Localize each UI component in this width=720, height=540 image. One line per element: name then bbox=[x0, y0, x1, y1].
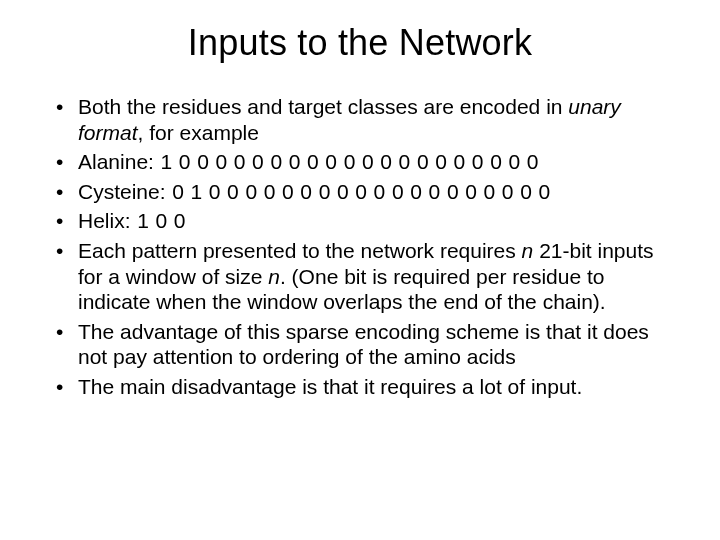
bullet-advantage: The advantage of this sparse encoding sc… bbox=[52, 319, 668, 370]
bullet-intro-pre: Both the residues and target classes are… bbox=[78, 95, 568, 118]
pattern-pre: Each pattern presented to the network re… bbox=[78, 239, 522, 262]
helix-label: Helix bbox=[78, 209, 125, 232]
bullet-intro-post: , for example bbox=[138, 121, 259, 144]
bullet-cysteine: Cysteine: 0 1 0 0 0 0 0 0 0 0 0 0 0 0 0 … bbox=[52, 179, 668, 205]
alanine-label: Alanine bbox=[78, 150, 148, 173]
bullet-disadvantage: The main disadvantage is that it require… bbox=[52, 374, 668, 400]
pattern-n1: n bbox=[522, 239, 534, 262]
pattern-n2: n bbox=[268, 265, 280, 288]
bullet-list: Both the residues and target classes are… bbox=[46, 94, 674, 400]
advantage-text: The advantage of this sparse encoding sc… bbox=[78, 320, 649, 369]
cysteine-code: : 0 1 0 0 0 0 0 0 0 0 0 0 0 0 0 0 0 0 0 … bbox=[160, 180, 551, 203]
bullet-alanine: Alanine: 1 0 0 0 0 0 0 0 0 0 0 0 0 0 0 0… bbox=[52, 149, 668, 175]
bullet-intro: Both the residues and target classes are… bbox=[52, 94, 668, 145]
helix-code: : 1 0 0 bbox=[125, 209, 186, 232]
slide: Inputs to the Network Both the residues … bbox=[0, 0, 720, 540]
bullet-pattern: Each pattern presented to the network re… bbox=[52, 238, 668, 315]
disadvantage-text: The main disadvantage is that it require… bbox=[78, 375, 582, 398]
alanine-code: : 1 0 0 0 0 0 0 0 0 0 0 0 0 0 0 0 0 0 0 … bbox=[148, 150, 539, 173]
cysteine-label: Cysteine bbox=[78, 180, 160, 203]
slide-title: Inputs to the Network bbox=[46, 22, 674, 64]
bullet-helix: Helix: 1 0 0 bbox=[52, 208, 668, 234]
